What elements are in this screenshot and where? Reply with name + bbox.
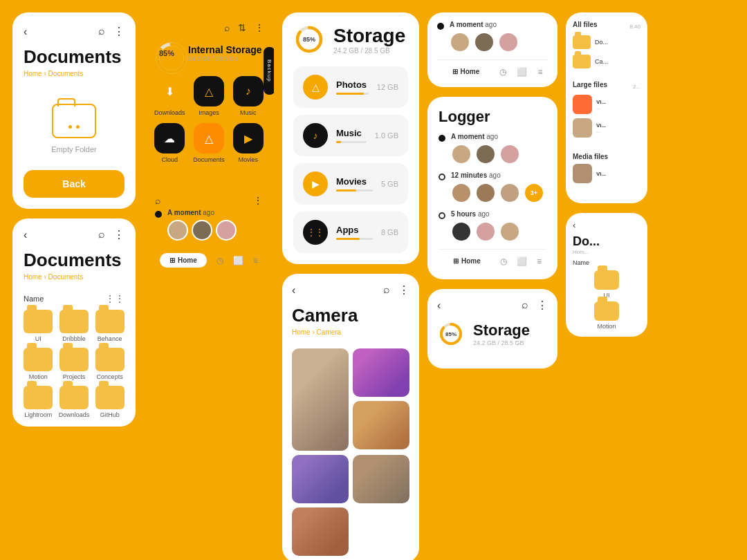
clock-icon[interactable]: ◷ xyxy=(216,256,223,265)
app-documents[interactable]: △ Documents xyxy=(193,123,225,163)
backup-pill[interactable]: Backup xyxy=(264,47,274,95)
logger-more[interactable]: ⋮ xyxy=(253,195,263,206)
storage-music[interactable]: ♪ Music 1.0 GB xyxy=(293,115,408,156)
lw-folder[interactable]: ⬜ xyxy=(517,256,527,266)
clock-icon-2[interactable]: ◷ xyxy=(499,67,506,77)
home-nav-pill[interactable]: ⊞ Home xyxy=(160,253,207,268)
name-sort-label[interactable]: Name xyxy=(24,295,44,303)
file-ca[interactable]: Ca... xyxy=(573,52,640,71)
all-files-title: All files xyxy=(573,21,598,28)
folder-item-motion[interactable]: Motion xyxy=(24,348,53,380)
folder-icon-downloads xyxy=(59,386,89,409)
bc-home-2[interactable]: Home xyxy=(24,273,42,281)
app-movies[interactable]: ▶ Movies xyxy=(232,123,264,163)
col-storage-camera: 85% Storage 24.2 GB / 28.5 GB △ Photos xyxy=(278,12,423,560)
col-logger-storage: A moment ago ⊞ Home ◷ ⬜ ≡ xyxy=(423,12,562,368)
mini-folder-icon-motion xyxy=(594,301,619,321)
mini-folder-icon-ui xyxy=(594,270,619,290)
back-icon-2[interactable]: ‹ xyxy=(24,229,27,241)
folder-item-behance[interactable]: Behance xyxy=(95,310,124,342)
back-button[interactable]: Back xyxy=(24,170,124,198)
folder-item-lightroom[interactable]: Lightroom xyxy=(24,386,53,418)
sm-circle: 85% xyxy=(437,320,465,348)
all-files-section: All files 8.40 Do... Ca... xyxy=(573,21,640,71)
home-label: Home xyxy=(178,256,197,264)
file-do[interactable]: Do... xyxy=(573,32,640,52)
folder-label-concepts: Concepts xyxy=(97,373,123,380)
lf-item-1[interactable]: Vi... ... xyxy=(573,93,640,116)
photo-2[interactable] xyxy=(353,348,409,397)
sm-back[interactable]: ‹ xyxy=(437,299,441,312)
folder-icon-nav[interactable]: ⬜ xyxy=(233,256,243,265)
folder-item-dribbble[interactable]: Dribbble xyxy=(59,310,90,342)
app-cloud[interactable]: ☁ Cloud xyxy=(154,123,186,163)
lw-clock[interactable]: ◷ xyxy=(500,256,507,266)
menu-icon-2[interactable]: ≡ xyxy=(537,67,542,77)
lw-home-pill[interactable]: ⊞ Home xyxy=(443,254,490,268)
lw-menu[interactable]: ≡ xyxy=(537,256,542,266)
mini-folder-motion[interactable]: Motion xyxy=(573,301,640,330)
apps-bar-bg xyxy=(336,238,373,240)
lf-item-2[interactable]: Vi... ... xyxy=(573,116,640,140)
apps-info: Apps xyxy=(336,225,373,240)
folder-item-ui[interactable]: UI xyxy=(24,310,53,342)
more-icon[interactable]: ⋮ xyxy=(113,25,124,38)
mini-folder-ui[interactable]: UI xyxy=(573,270,640,299)
menu-icon-nav[interactable]: ≡ xyxy=(253,256,258,265)
folder-item-github[interactable]: GitHub xyxy=(95,386,124,418)
sm-more[interactable]: ⋮ xyxy=(537,299,548,312)
more-icon-2[interactable]: ⋮ xyxy=(113,228,124,241)
sm-title: Storage xyxy=(473,321,530,339)
cam-bc-home[interactable]: Home xyxy=(292,328,311,336)
dot-1 xyxy=(155,211,162,218)
storage-photos[interactable]: △ Photos 12 GB xyxy=(293,66,408,108)
logger-back-icon[interactable]: ⌕ xyxy=(155,195,160,206)
folder-label-github: GitHub xyxy=(100,411,120,418)
search-icon-2[interactable]: ⌕ xyxy=(98,228,105,241)
sm-search[interactable]: ⌕ xyxy=(522,299,528,312)
storage-main-pct: 85% xyxy=(303,36,315,43)
documents-empty-card: ‹ ⌕ ⋮ Documents Home › Documents xyxy=(12,12,136,209)
storage-gb-label: 24.2 GB / 28.5 GB xyxy=(333,47,405,55)
photo-grid xyxy=(292,348,409,556)
photo-6[interactable] xyxy=(292,507,349,556)
back-icon[interactable]: ‹ xyxy=(24,26,27,38)
photo-5[interactable] xyxy=(353,455,409,503)
folder-item-concepts[interactable]: Concepts xyxy=(95,348,124,380)
photo-4[interactable] xyxy=(292,455,349,503)
lw-activity-2: 12 minutes ago 3+ xyxy=(439,171,546,203)
search-icon[interactable]: ⌕ xyxy=(98,25,105,38)
logger-white-card: Logger A moment ago 12 minutes ago xyxy=(427,97,557,279)
app-label-movies: Movies xyxy=(238,156,258,163)
filter-icon-widget[interactable]: ⇅ xyxy=(238,22,246,33)
app-layout: ‹ ⌕ ⋮ Documents Home › Documents xyxy=(0,0,747,560)
col-files: All files 8.40 Do... Ca... Large files 2… xyxy=(562,12,652,337)
camera-back[interactable]: ‹ xyxy=(292,284,295,297)
dot-2 xyxy=(76,125,80,129)
media-item-1[interactable]: Vi... xyxy=(573,162,640,185)
lw-av-d3 xyxy=(499,221,520,242)
photo-1[interactable] xyxy=(292,348,349,451)
app-downloads[interactable]: ⬇ Downloads xyxy=(154,76,186,116)
more-icon-widget[interactable]: ⋮ xyxy=(255,22,264,33)
lw-activity-3: 5 hours ago xyxy=(439,210,546,242)
grid-icon[interactable]: ⋮⋮ xyxy=(105,293,124,304)
storage-movies[interactable]: ▶ Movies 5 GB xyxy=(293,163,408,205)
svg-point-1 xyxy=(158,44,185,72)
folder-item-projects[interactable]: Projects xyxy=(59,348,90,380)
folder-item-downloads[interactable]: Downloads xyxy=(59,386,90,418)
app-images[interactable]: △ Images xyxy=(193,76,225,116)
search-icon-widget[interactable]: ⌕ xyxy=(224,22,230,33)
storage-main-title: Storage xyxy=(333,25,405,47)
storage-apps[interactable]: ⋮⋮ Apps 8 GB xyxy=(293,212,408,253)
app-music[interactable]: ♪ Music xyxy=(232,76,264,116)
photo-3[interactable] xyxy=(353,401,409,449)
camera-more[interactable]: ⋮ xyxy=(398,283,409,297)
home-icon-nav: ⊞ xyxy=(169,256,175,264)
folder-icon-2[interactable]: ⬜ xyxy=(517,67,527,77)
mini-back[interactable]: ‹ xyxy=(573,220,575,230)
moment-home-pill[interactable]: ⊞ Home xyxy=(443,64,490,79)
camera-search[interactable]: ⌕ xyxy=(383,283,390,297)
breadcrumb-home[interactable]: Home xyxy=(24,70,42,77)
lw-av-d2 xyxy=(475,221,496,242)
